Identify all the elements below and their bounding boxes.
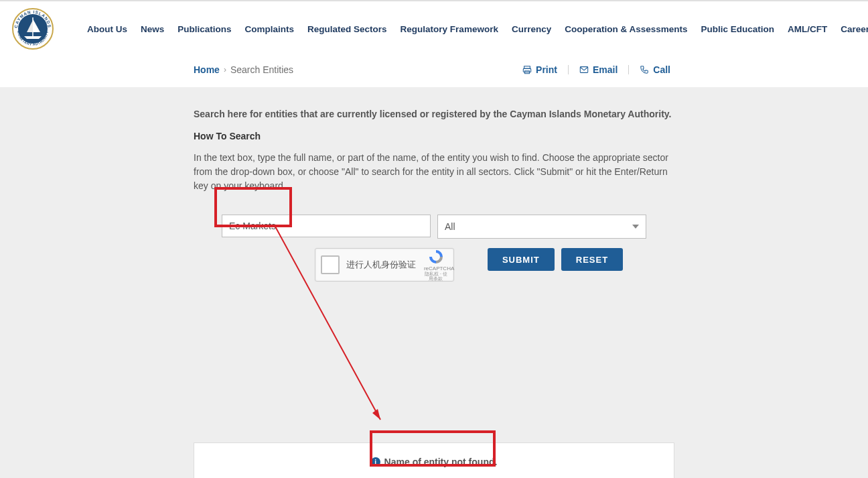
nav-publications[interactable]: Publications — [171, 19, 238, 40]
search-form-row2: 进行人机身份验证 reCAPTCHA 隐私权 · 使用条款 SUBMIT RES… — [194, 248, 674, 282]
nav-news[interactable]: News — [134, 19, 171, 40]
email-label: Email — [593, 64, 618, 75]
entity-name-input[interactable] — [222, 215, 431, 237]
chevron-right-icon: › — [224, 65, 226, 74]
sector-selected-value: All — [445, 221, 455, 232]
main-nav: About Us News Publications Complaints Re… — [80, 19, 868, 40]
print-icon — [522, 65, 532, 74]
email-icon — [579, 65, 589, 74]
submit-button[interactable]: SUBMIT — [488, 248, 555, 271]
call-button[interactable]: Call — [636, 64, 674, 75]
nav-careers[interactable]: Careers — [834, 19, 868, 40]
howto-heading: How To Search — [194, 131, 674, 141]
nav-public-education[interactable]: Public Education — [695, 19, 782, 40]
result-message: i Name of entity not found. — [194, 442, 674, 478]
intro-text: Search here for entities that are curren… — [194, 107, 674, 121]
svg-rect-6 — [524, 66, 530, 69]
recaptcha-widget[interactable]: 进行人机身份验证 reCAPTCHA 隐私权 · 使用条款 — [315, 248, 454, 282]
email-button[interactable]: Email — [575, 64, 622, 75]
chevron-down-icon — [632, 225, 639, 229]
nav-aml-cft[interactable]: AML/CFT — [781, 19, 834, 40]
utility-row: Home › Search Entities Print Email Call — [0, 56, 868, 87]
nav-currency[interactable]: Currency — [505, 19, 558, 40]
separator — [568, 65, 569, 74]
print-label: Print — [536, 64, 557, 75]
nav-cooperation[interactable]: Cooperation & Assessments — [558, 19, 694, 40]
nav-regulatory-framework[interactable]: Regulatory Framework — [394, 19, 505, 40]
separator — [628, 65, 629, 74]
howto-text: In the text box, type the full name, or … — [194, 151, 674, 193]
recaptcha-logo: reCAPTCHA 隐私权 · 使用条款 — [424, 249, 448, 281]
print-button[interactable]: Print — [518, 64, 561, 75]
phone-icon — [640, 65, 649, 74]
sector-dropdown[interactable]: All — [437, 215, 646, 239]
site-header: CAYMAN ISLANDS MONETARY AUTHORITY About … — [0, 1, 868, 56]
nav-complaints[interactable]: Complaints — [238, 19, 301, 40]
site-logo[interactable]: CAYMAN ISLANDS MONETARY AUTHORITY — [9, 5, 56, 52]
call-label: Call — [653, 64, 670, 75]
recaptcha-label: 进行人机身份验证 — [346, 259, 424, 271]
info-icon: i — [371, 457, 380, 467]
nav-about-us[interactable]: About Us — [80, 19, 134, 40]
breadcrumb-home[interactable]: Home — [194, 64, 220, 75]
nav-regulated-sectors[interactable]: Regulated Sectors — [301, 19, 394, 40]
breadcrumb: Home › Search Entities — [194, 64, 293, 75]
search-form-row: All — [194, 215, 674, 239]
recaptcha-checkbox[interactable] — [321, 255, 340, 274]
result-text: Name of entity not found. — [384, 457, 498, 467]
reset-button[interactable]: RESET — [561, 248, 623, 271]
breadcrumb-current: Search Entities — [230, 64, 293, 75]
content-area: Search here for entities that are curren… — [0, 87, 868, 478]
